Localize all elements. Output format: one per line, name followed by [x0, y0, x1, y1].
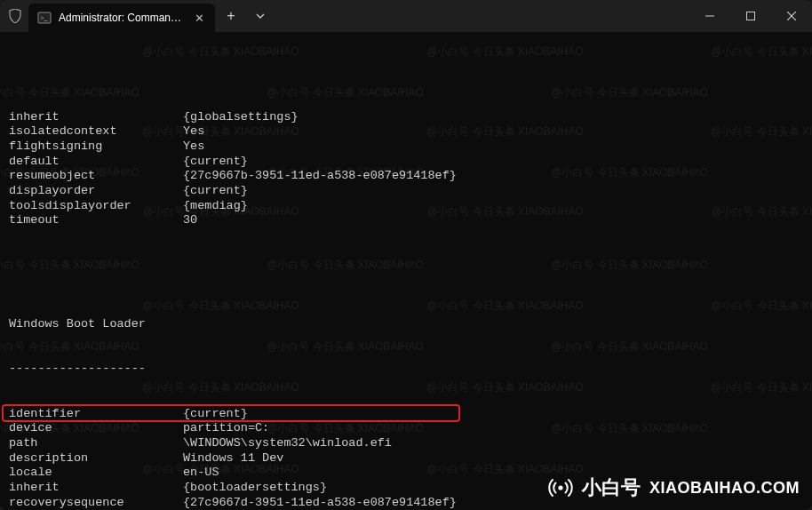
svg-text:>_: >_: [40, 14, 49, 22]
watermark: @小白号 今日头条 XIAOBAIHAO: [0, 258, 139, 273]
kv-key: toolsdisplayorder: [9, 199, 183, 214]
section-title: Windows Boot Loader: [9, 317, 803, 332]
watermark: @小白号 今日头条 XIAOBAIHAO: [0, 85, 139, 100]
bootloader-body: identifier{current}devicepartition=C:pat…: [9, 407, 803, 510]
kv-line: identifier{current}: [9, 407, 803, 422]
kv-line: resumeobject{27c9667b-3951-11ed-a538-e08…: [9, 169, 803, 184]
titlebar-drag-area[interactable]: [274, 0, 689, 32]
svg-rect-3: [747, 12, 755, 20]
active-tab[interactable]: >_ Administrator: Command Pro ✕: [28, 4, 215, 32]
kv-value: \WINDOWS\system32\winload.efi: [183, 436, 392, 451]
kv-key: inherit: [9, 481, 183, 496]
kv-line: inherit{bootloadersettings}: [9, 481, 803, 496]
chevron-down-icon: [256, 12, 265, 20]
new-tab-button[interactable]: +: [215, 8, 247, 24]
kv-value: {memdiag}: [183, 199, 248, 214]
kv-value: {current}: [183, 184, 248, 199]
kv-line: recoverysequence{27c9667d-3951-11ed-a538…: [9, 496, 803, 510]
watermark: @小白号 今日头条 XIAOBAIHAO: [551, 258, 708, 273]
kv-value: {current}: [183, 155, 248, 170]
kv-key: isolatedcontext: [9, 124, 183, 139]
section-divider: -------------------: [9, 362, 803, 377]
tab-title: Administrator: Command Pro: [59, 12, 187, 24]
kv-value: {bootloadersettings}: [183, 481, 327, 496]
bcd-section-top: inherit{globalsettings}isolatedcontextYe…: [9, 110, 803, 229]
watermark: @小白号 今日头条 XIAOBAIHAO: [711, 44, 812, 60]
close-icon: [787, 12, 796, 20]
kv-key: recoverysequence: [9, 496, 183, 510]
kv-key: path: [9, 436, 183, 451]
shield-icon: [9, 9, 21, 23]
kv-key: default: [9, 155, 183, 170]
kv-line: default{current}: [9, 155, 803, 170]
watermark: @小白号 今日头条 XIAOBAIHAO: [551, 85, 708, 100]
kv-line: timeout30: [9, 213, 803, 228]
titlebar: >_ Administrator: Command Pro ✕ +: [0, 0, 812, 32]
cmd-icon: >_: [37, 11, 52, 25]
kv-line: devicepartition=C:: [9, 421, 803, 436]
minimize-button[interactable]: [689, 0, 730, 32]
watermark: @小白号 今日头条 XIAOBAIHAO: [267, 258, 424, 273]
minimize-icon: [705, 12, 714, 20]
kv-key: identifier: [9, 407, 183, 422]
kv-value: {27c9667d-3951-11ed-a538-e087e91418ef}: [183, 496, 457, 510]
kv-key: description: [9, 451, 183, 466]
kv-value: {globalsettings}: [183, 110, 299, 125]
kv-line: localeen-US: [9, 466, 803, 481]
maximize-button[interactable]: [730, 0, 771, 32]
kv-value: Yes: [183, 124, 204, 139]
kv-value: Yes: [183, 139, 204, 155]
tab-close-button[interactable]: ✕: [192, 11, 206, 25]
terminal-window: >_ Administrator: Command Pro ✕ + @小白号 今…: [0, 0, 812, 510]
kv-line: isolatedcontextYes: [9, 124, 803, 139]
watermark: @小白号 今日头条 XIAOBAIHAO: [267, 85, 424, 100]
kv-key: timeout: [9, 213, 183, 228]
kv-line: toolsdisplayorder{memdiag}: [9, 199, 803, 214]
kv-line: inherit{globalsettings}: [9, 110, 803, 125]
kv-line: descriptionWindows 11 Dev: [9, 451, 803, 466]
kv-key: device: [9, 421, 183, 436]
bcd-section-bootloader: Windows Boot Loader ------------------- …: [9, 288, 803, 510]
kv-value: partition=C:: [183, 421, 269, 436]
kv-line: path\WINDOWS\system32\winload.efi: [9, 436, 803, 451]
watermark: @小白号 今日头条 XIAOBAIHAO: [142, 44, 299, 60]
titlebar-left: >_ Administrator: Command Pro ✕ +: [0, 0, 274, 32]
kv-key: resumeobject: [9, 169, 183, 184]
kv-value: Windows 11 Dev: [183, 451, 283, 466]
kv-value: en-US: [183, 466, 219, 481]
kv-key: flightsigning: [9, 139, 183, 155]
kv-value: 30: [183, 213, 197, 228]
maximize-icon: [746, 12, 755, 20]
kv-value: {27c9667b-3951-11ed-a538-e087e91418ef}: [183, 169, 457, 184]
watermark: @小白号 今日头条 XIAOBAIHAO: [426, 44, 584, 60]
kv-key: inherit: [9, 110, 183, 125]
kv-key: locale: [9, 466, 183, 481]
terminal-output[interactable]: @小白号 今日头条 XIAOBAIHAO @小白号 今日头条 XIAOBAIHA…: [0, 32, 812, 510]
close-button[interactable]: [771, 0, 812, 32]
kv-key: displayorder: [9, 184, 183, 199]
kv-line: flightsigningYes: [9, 139, 803, 155]
tab-dropdown-button[interactable]: [247, 12, 274, 20]
kv-value: {current}: [183, 407, 248, 422]
kv-line: displayorder{current}: [9, 184, 803, 199]
